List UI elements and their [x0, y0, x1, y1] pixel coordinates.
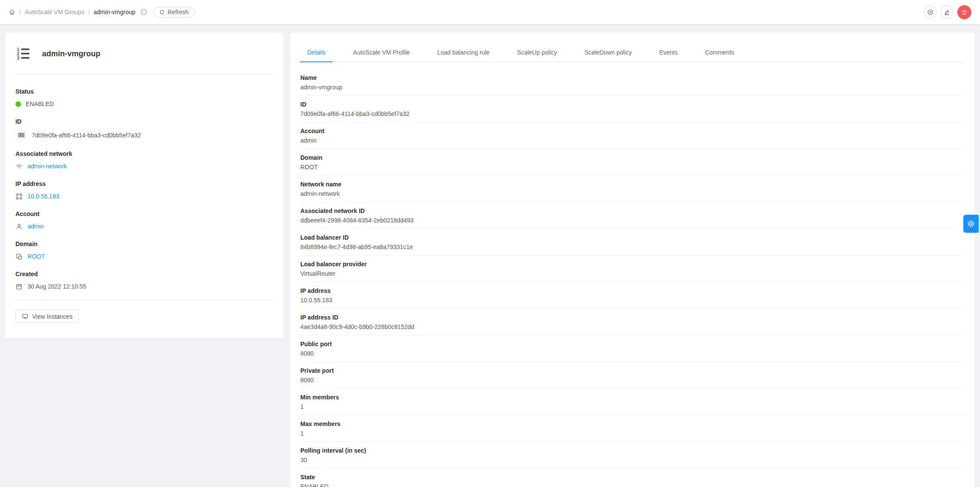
summary-field-associated-network: Associated network admin-network — [15, 149, 273, 171]
ordered-list-icon: 1 2 3 — [16, 47, 31, 60]
id-value: 7d09e0fa-af66-4114-bba3-cd0bb5ef7a32 — [32, 131, 141, 140]
status-dot-icon — [15, 101, 21, 107]
page-body: 1 2 3 admin-vmgroup Status ENABLED — [0, 24, 980, 487]
detail-row-label: Account — [300, 127, 965, 135]
tab-details[interactable]: Details — [300, 43, 333, 62]
detail-row-value: 84b8994e-fec7-4d98-ab95-ea8a79331c1e — [300, 243, 965, 251]
tab-load-balancing-rule[interactable]: Load balancing rule — [430, 43, 496, 62]
detail-row-label: IP address ID — [300, 313, 965, 322]
detail-row-value: ROOT — [300, 163, 965, 171]
detail-row: Domain ROOT — [300, 149, 965, 176]
detail-row-label: Domain — [300, 153, 965, 162]
resource-summary-card: 1 2 3 admin-vmgroup Status ENABLED — [5, 33, 283, 338]
pause-circle-icon — [927, 9, 934, 15]
detail-row-label: Network name — [300, 180, 965, 189]
home-icon[interactable] — [9, 9, 15, 15]
detail-row-label: Private port — [300, 366, 965, 375]
detail-row-value: ddbeeef4-2998-4084-8354-2eb0218dd493 — [300, 216, 965, 225]
edit-vmgroup-button[interactable] — [941, 6, 953, 18]
calendar-icon — [15, 283, 23, 290]
delete-vmgroup-button[interactable] — [957, 5, 971, 19]
breadcrumb-section[interactable]: AutoScale VM Groups — [25, 9, 85, 15]
resource-detail-card: Details AutoScale VM Profile Load balanc… — [290, 33, 975, 487]
ip-address-link[interactable]: 10.0.55.183 — [27, 192, 59, 201]
resource-title: admin-vmgroup — [42, 49, 100, 58]
header-actions — [924, 5, 971, 19]
breadcrumb-separator: / — [88, 9, 90, 15]
detail-row-value: admin — [300, 136, 965, 145]
detail-row-value: 1 — [300, 402, 965, 411]
detail-row: Name admin-vmgroup — [300, 69, 965, 96]
gateway-icon — [15, 193, 23, 200]
summary-field-status: Status ENABLED — [15, 87, 273, 109]
detail-row-label: Load balancer provider — [300, 260, 965, 268]
tab-comments[interactable]: Comments — [698, 43, 741, 62]
detail-row: Public port 8080 — [300, 335, 965, 362]
detail-row: Max members 1 — [300, 415, 965, 442]
tab-scaledown-policy[interactable]: ScaleDown policy — [578, 43, 639, 62]
detail-row-value: 10.0.55.183 — [300, 296, 965, 304]
detail-row: IP address 10.0.55.183 — [300, 282, 965, 309]
summary-field-account: Account admin — [15, 210, 273, 231]
associated-network-link[interactable]: admin-network — [27, 161, 67, 171]
detail-row-value: 1 — [300, 429, 965, 438]
detail-row: Load balancer ID 84b8994e-fec7-4d98-ab95… — [300, 229, 965, 256]
reload-icon — [159, 9, 165, 15]
detail-row-value: 30 — [300, 456, 965, 464]
field-label: ID — [15, 117, 273, 126]
detail-row-label: Max members — [300, 420, 965, 428]
summary-field-ip-address: IP address 10.0.55.183 — [15, 180, 273, 201]
detail-row-value: 8080 — [300, 349, 965, 358]
detail-row: Private port 8080 — [300, 362, 965, 389]
detail-row-value: 4ae3d4a8-90c9-4d0c-b9b0-228b0c8152dd — [300, 323, 965, 331]
tab-scaleup-policy[interactable]: ScaleUp policy — [510, 43, 564, 62]
detail-row-value: 7d09e0fa-af66-4114-bba3-cd0bb5ef7a32 — [300, 110, 965, 118]
account-link[interactable]: admin — [27, 222, 44, 231]
detail-row: Load balancer provider VirtualRouter — [300, 256, 965, 282]
detail-row-value: ENABLED — [300, 482, 965, 487]
field-label: Created — [15, 270, 273, 278]
detail-row-label: Load balancer ID — [300, 233, 965, 242]
user-icon — [15, 223, 23, 230]
detail-row: State ENABLED — [300, 469, 965, 487]
settings-drawer-handle[interactable] — [963, 215, 979, 233]
field-label: Account — [15, 210, 273, 218]
field-label: Associated network — [15, 149, 273, 158]
detail-row-label: ID — [300, 100, 965, 109]
view-instances-button[interactable]: View Instances — [15, 310, 79, 323]
detail-tabs: Details AutoScale VM Profile Load balanc… — [300, 43, 965, 62]
refresh-button[interactable]: Refresh — [153, 7, 195, 18]
divider — [15, 300, 273, 300]
field-label: Status — [15, 87, 273, 96]
detail-row-label: IP address — [300, 286, 965, 295]
gear-icon — [967, 219, 975, 228]
trash-icon — [961, 9, 968, 15]
desktop-icon — [22, 313, 28, 320]
breadcrumb-separator: / — [19, 9, 21, 15]
svg-text:?: ? — [143, 10, 145, 14]
detail-row-value: admin-network — [300, 189, 965, 198]
detail-row: Network name admin-network — [300, 176, 965, 202]
details-list: Name admin-vmgroup ID 7d09e0fa-af66-4114… — [300, 69, 965, 487]
detail-row: Account admin — [300, 122, 965, 149]
breadcrumb: / AutoScale VM Groups / admin-vmgroup ? — [9, 9, 147, 15]
detail-row: Min members 1 — [300, 389, 965, 415]
summary-field-domain: Domain ROOT — [15, 240, 273, 261]
svg-text:3: 3 — [17, 56, 19, 60]
tab-events[interactable]: Events — [652, 43, 684, 62]
detail-row-label: Name — [300, 73, 965, 82]
help-icon[interactable]: ? — [140, 9, 147, 15]
detail-row-value: 8080 — [300, 376, 965, 384]
detail-row-label: Public port — [300, 340, 965, 348]
detail-row-value: VirtualRouter — [300, 269, 965, 278]
app-header: / AutoScale VM Groups / admin-vmgroup ? … — [0, 0, 980, 24]
domain-link[interactable]: ROOT — [27, 252, 45, 261]
tab-autoscale-vm-profile[interactable]: AutoScale VM Profile — [346, 43, 417, 62]
created-value: 30 Aug 2022 12:10:55 — [27, 282, 86, 291]
field-label: Domain — [15, 240, 273, 248]
detail-row-label: State — [300, 473, 965, 481]
block-icon — [15, 253, 23, 260]
detail-row-label: Polling interval (in sec) — [300, 446, 965, 455]
detail-row: IP address ID 4ae3d4a8-90c9-4d0c-b9b0-22… — [300, 309, 965, 335]
disable-vmgroup-button[interactable] — [924, 6, 937, 18]
